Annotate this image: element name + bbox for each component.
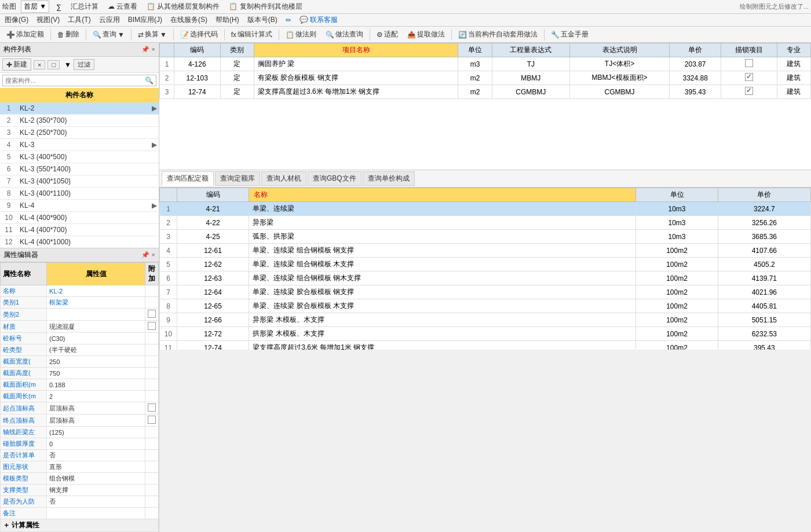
- table-row[interactable]: 1 4-126 定 搁固养护 梁 m3 TJ TJ<体积> 203.87 建筑: [160, 57, 811, 71]
- auto-apply-btn[interactable]: 🔄 当前构件自动套用做法: [454, 28, 542, 41]
- property-panel-icons: 📌 ×: [141, 251, 155, 259]
- search-box: 🔍: [2, 75, 156, 86]
- bottom-table-area: 编码 名称 单位 单价 1 4-21 单梁、连续梁 10m3 3224.7: [159, 188, 811, 350]
- method-btn[interactable]: 📋 做法则: [282, 28, 320, 41]
- copy-to-btn[interactable]: 📋 复制构件到其他楼层: [227, 1, 304, 13]
- menu-sum-calc[interactable]: 汇总计算: [68, 1, 101, 13]
- list-item[interactable]: 1 KL-2 ▶: [0, 102, 159, 115]
- menu-online[interactable]: 在线服务(S): [168, 14, 210, 26]
- contact-btn[interactable]: 💬 联系客服: [297, 14, 340, 26]
- hardware-manual-btn[interactable]: 🔧 五金手册: [547, 28, 593, 41]
- add-quota-btn[interactable]: ➕ 添加定额: [2, 28, 48, 41]
- tab-quota-lib[interactable]: 查询定额库: [215, 171, 260, 186]
- copy-component-btn[interactable]: □: [48, 60, 60, 69]
- table-row[interactable]: 7 12-64 单梁、连续梁 胶合板模板 钢支撑 100m2 4021.96: [160, 285, 811, 299]
- bottom-col-unit[interactable]: 单位: [636, 188, 718, 202]
- tab-materials[interactable]: 查询人材机: [261, 171, 306, 186]
- property-section-calc[interactable]: ＋ 计算属性: [1, 519, 159, 532]
- table-row[interactable]: 2 12-103 定 有梁板 胶合板模板 钢支撑 m2 MBMJ MBMJ<模板…: [160, 71, 811, 85]
- table-row[interactable]: 3 12-74 定 梁支撑高度超过3.6米 每增加1米 钢支撑 m2 CGMBM…: [160, 85, 811, 99]
- col-price[interactable]: 单价: [670, 43, 721, 57]
- bottom-col-code[interactable]: 编码: [177, 188, 249, 202]
- query-btn[interactable]: 🔍 查询 ▼: [89, 28, 129, 41]
- menu-image[interactable]: 图像(G): [2, 14, 31, 26]
- table-row[interactable]: 10 12-72 拱形梁 木模板、木支撑 100m2 6232.53: [160, 327, 811, 341]
- property-row: 支撑类型 钢支撑: [1, 485, 159, 496]
- lock-checkbox[interactable]: [745, 87, 753, 95]
- method-icon: 📋: [286, 31, 294, 39]
- menu-version[interactable]: 版本号(B): [245, 14, 280, 26]
- convert-btn[interactable]: ⇄ 换算 ▼: [134, 28, 171, 41]
- col-type[interactable]: 类别: [220, 43, 254, 57]
- property-pin-icon[interactable]: 📌: [141, 251, 149, 259]
- tab-unit-cost[interactable]: 查询单价构成: [363, 171, 415, 186]
- col-specialty[interactable]: 专业: [777, 43, 810, 57]
- query-method-btn[interactable]: 🔍 做法查询: [322, 28, 367, 41]
- adapt-btn[interactable]: ⚙ 适配: [372, 28, 402, 41]
- cloud-check-btn[interactable]: ☁ 云查看: [105, 1, 140, 13]
- table-row[interactable]: 9 12-66 异形梁 木模板、木支撑 100m2 5051.15: [160, 313, 811, 327]
- list-item[interactable]: 3 KL-2 (250*700): [0, 127, 159, 139]
- list-item[interactable]: 4 KL-3 ▶: [0, 139, 159, 151]
- table-row[interactable]: 5 12-62 单梁、连续梁 组合钢模板 木支撑 100m2 4505.2: [160, 258, 811, 271]
- list-item[interactable]: 9 KL-4 ▶: [0, 200, 159, 212]
- edit-formula-btn[interactable]: fx 编辑计算式: [227, 28, 276, 41]
- col-unit[interactable]: 单位: [458, 43, 492, 57]
- menu-cloud-app[interactable]: 云应用: [97, 14, 122, 26]
- prop-checkbox[interactable]: [148, 403, 156, 412]
- panel-pin-icon[interactable]: 📌: [141, 46, 149, 53]
- list-item[interactable]: 7 KL-3 (400*1050): [0, 175, 159, 188]
- col-expr-desc[interactable]: 表达式说明: [569, 43, 669, 57]
- menu-bim[interactable]: BIM应用(J): [126, 14, 165, 26]
- menu-tools[interactable]: 工具(T): [65, 14, 93, 26]
- col-expr[interactable]: 工程量表达式: [492, 43, 569, 57]
- menu-drawing[interactable]: 绘图: [2, 2, 16, 12]
- filter-btn[interactable]: 过滤: [74, 59, 94, 70]
- prop-checkbox[interactable]: [148, 322, 156, 330]
- list-item[interactable]: 12 KL-4 (400*1000): [0, 236, 159, 248]
- copy-from-btn[interactable]: 📋 从其他楼层复制构件: [144, 1, 222, 13]
- table-row[interactable]: 4 12-61 单梁、连续梁 组合钢模板 钢支撑 100m2 4107.66: [160, 244, 811, 258]
- list-item[interactable]: 10 KL-4 (400*900): [0, 212, 159, 224]
- table-row[interactable]: 6 12-63 单梁、连续梁 组合钢模板 钢木支撑 100m2 4139.71: [160, 271, 811, 285]
- cloud-icon: ☁: [108, 2, 115, 10]
- property-close-icon[interactable]: ×: [152, 251, 155, 259]
- menu-help[interactable]: 帮助(H): [213, 14, 242, 26]
- bottom-col-name[interactable]: 名称: [249, 188, 636, 202]
- list-item[interactable]: 2 KL-2 (350*700): [0, 115, 159, 127]
- main-data-table: 编码 类别 项目名称 单位 工程量表达式 表达式说明 单价 描锁项目 专业 1: [159, 43, 811, 99]
- select-code-btn[interactable]: 📝 选择代码: [176, 28, 222, 41]
- col-name[interactable]: 项目名称: [254, 43, 458, 57]
- panel-close-icon[interactable]: ×: [152, 46, 155, 53]
- table-row[interactable]: 8 12-65 单梁、连续梁 胶合板模板 木支撑 100m2 4405.81: [160, 299, 811, 313]
- list-item[interactable]: 8 KL-3 (400*1100): [0, 188, 159, 200]
- tab-gbq-file[interactable]: 查询GBQ文件: [308, 171, 361, 186]
- menu-floor-select[interactable]: 首层 ▼: [21, 1, 49, 13]
- new-component-btn[interactable]: ✚ 新建: [2, 58, 31, 71]
- table-row[interactable]: 11 12-74 梁支撑高度超过3.6米 每增加1米 钢支撑 100m2 395…: [160, 341, 811, 350]
- search-input[interactable]: [3, 76, 143, 85]
- table-row[interactable]: 3 4-25 弧形、拱形梁 10m3 3685.36: [160, 230, 811, 244]
- lock-checkbox[interactable]: [745, 59, 753, 67]
- tab-match-quota[interactable]: 查询匹配定额: [162, 171, 214, 186]
- menu-view[interactable]: 视图(V): [34, 14, 62, 26]
- col-code[interactable]: 编码: [174, 43, 221, 57]
- table-row[interactable]: 2 4-22 异形梁 10m3 3256.26: [160, 216, 811, 230]
- table-row[interactable]: 1 4-21 单梁、连续梁 10m3 3224.7: [160, 202, 811, 216]
- delete-btn[interactable]: 🗑 删除: [53, 28, 83, 41]
- new-change-btn[interactable]: ✏: [283, 15, 294, 25]
- list-item[interactable]: 6 KL-3 (550*1400): [0, 163, 159, 175]
- prop-checkbox[interactable]: [148, 416, 156, 424]
- main-data-table-area: 编码 类别 项目名称 单位 工程量表达式 表达式说明 单价 描锁项目 专业 1: [159, 43, 811, 170]
- search-icon[interactable]: 🔍: [143, 75, 156, 86]
- query-icon: 🔍: [93, 31, 101, 39]
- delete-component-btn[interactable]: ×: [34, 60, 45, 69]
- extract-method-btn[interactable]: 📤 提取做法: [403, 28, 449, 41]
- extract-icon: 📤: [407, 31, 416, 39]
- prop-checkbox[interactable]: [148, 310, 156, 318]
- lock-checkbox[interactable]: [745, 73, 753, 81]
- col-lock[interactable]: 描锁项目: [721, 43, 777, 57]
- bottom-col-price[interactable]: 单价: [718, 188, 810, 202]
- list-item[interactable]: 5 KL-3 (400*500): [0, 151, 159, 163]
- list-item[interactable]: 11 KL-4 (400*700): [0, 224, 159, 236]
